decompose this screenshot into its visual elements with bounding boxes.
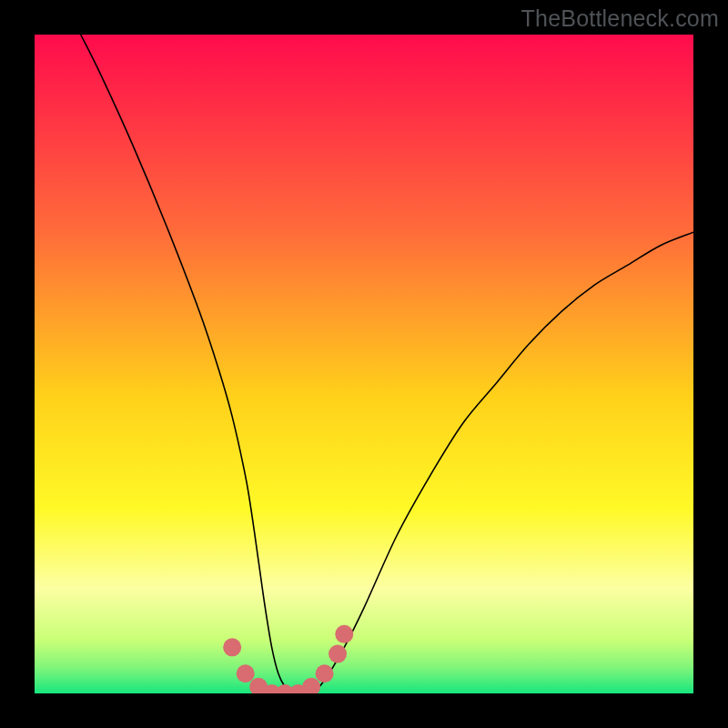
bottleneck-chart [35,35,693,693]
valley-marker [316,664,334,682]
chart-frame: TheBottleneck.com [0,0,728,728]
watermark-text: TheBottleneck.com [521,5,719,32]
valley-marker [237,664,255,682]
valley-marker [223,638,241,656]
valley-marker [335,625,353,643]
plot-area [35,35,693,693]
gradient-background [35,35,693,693]
valley-marker [329,645,347,663]
